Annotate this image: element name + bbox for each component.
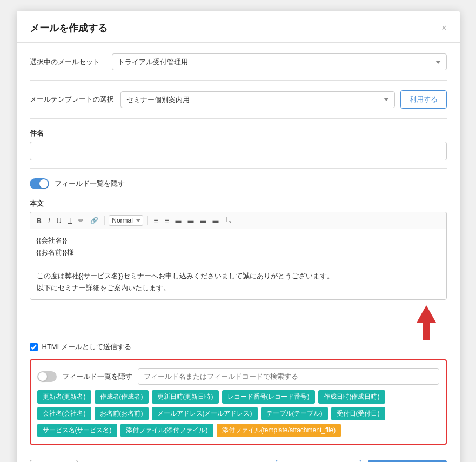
html-checkbox[interactable] [30,343,38,351]
mailset-control: トライアル受付管理用 [112,53,447,70]
toolbar-sep-1 [104,216,105,225]
editor-toolbar: B I U T ✏ 🔗 Normal ≡ ≡ ▬ ▬ ▬ ▬ Tx [30,212,447,229]
template-row: メールテンプレートの選択 セミナー個別案内用 利用する [30,90,447,109]
format-select[interactable]: Normal [109,215,143,226]
tag-service[interactable]: サービス名(サービス名) [37,424,117,437]
modal-footer: 閉じる その他の設定を行う メールを確認する [17,454,460,462]
html-checkbox-row: HTMLメールとして送信する [30,342,447,352]
list-ul-button[interactable]: ≡ [151,216,160,225]
confirm-button[interactable]: メールを確認する [368,460,447,462]
tag-name[interactable]: お名前(お名前) [95,407,149,420]
field-hide-label: フィールド一覧を隠す [62,372,132,381]
underline-button[interactable]: U [55,216,64,225]
arrow-tail [423,323,430,340]
editor-content[interactable]: {{会社名}} {{お名前}}様 この度は弊社{{サービス名}}セミナーへお申し… [30,229,447,300]
mailset-label: 選択中のメールセット [30,57,105,67]
mailset-row: 選択中のメールセット トライアル受付管理用 [30,53,447,70]
editor-line-5: 以下にセミナー詳細をご案内いたします。 [37,282,440,294]
close-button[interactable]: 閉じる [30,460,78,462]
tag-received-date[interactable]: 受付日(受付日) [331,407,385,420]
template-control: セミナー個別案内用 利用する [120,90,447,109]
mailset-select[interactable]: トライアル受付管理用 [112,53,447,70]
align-justify-button[interactable]: ▬ [211,217,221,225]
tag-creator[interactable]: 作成者(作成者) [95,390,149,404]
footer-right: その他の設定を行う メールを確認する [276,460,447,462]
subject-section: 件名 12月12日(日) トヨクモ製品セミナーのご案内 [30,129,447,160]
template-label: メールテンプレートの選択 [30,95,114,104]
tag-updated-at[interactable]: 更新日時(更新日時) [152,390,219,404]
modal-body: 選択中のメールセット トライアル受付管理用 メールテンプレートの選択 セミナー個… [17,43,460,445]
link-button[interactable]: 🔗 [88,216,100,225]
template-use-button[interactable]: 利用する [400,90,447,109]
toggle-knob [39,179,48,188]
modal-close-button[interactable]: × [441,24,446,32]
body-label: 本文 [30,199,447,209]
field-search-input[interactable] [138,368,439,385]
tag-attachment[interactable]: 添付ファイル(添付ファイル) [120,424,213,437]
clear-format-button[interactable]: Tx [223,215,233,225]
tag-updater[interactable]: 更新者(更新者) [37,390,91,404]
tag-template-attachment[interactable]: 添付ファイル(template/attachment_file) [217,424,341,437]
modal-title: メールを作成する [30,22,108,35]
editor-line-2: {{お名前}}様 [37,246,440,258]
create-mail-modal: メールを作成する × 選択中のメールセット トライアル受付管理用 メールテンプレ… [17,11,460,462]
italic-icon: I [48,217,50,225]
tag-list: 更新者(更新者) 作成者(作成者) 更新日時(更新日時) レコード番号(レコード… [37,390,439,437]
editor-line-1: {{会社名}} [37,235,440,246]
bold-button[interactable]: B [35,216,44,225]
field-toggle-knob [38,372,47,381]
tag-created-at[interactable]: 作成日時(作成日時) [318,390,385,404]
tag-record-no[interactable]: レコード番号(レコード番号) [222,390,315,404]
strikethrough-button[interactable]: T [66,216,74,225]
italic-button[interactable]: I [46,216,52,225]
editor-line-3 [37,258,440,270]
underline-icon: U [57,217,62,225]
divider-1 [30,80,447,81]
editor-line-4: この度は弊社{{サービス名}}セミナーへお申し込みくださいまして誠にありがとうご… [37,270,440,282]
hide-fields-toggle-label: フィールド一覧を隠す [55,179,125,189]
align-center-button[interactable]: ▬ [186,217,196,225]
arrow-head [417,305,436,323]
hide-fields-toggle-row: フィールド一覧を隠す [30,178,447,189]
subject-input[interactable]: 12月12日(日) トヨクモ製品セミナーのご案内 [30,142,447,160]
other-settings-button[interactable]: その他の設定を行う [276,460,361,462]
tag-email[interactable]: メールアドレス(メールアドレス) [152,407,258,420]
align-right-button[interactable]: ▬ [198,217,209,225]
toolbar-sep-2 [147,216,148,225]
modal-header: メールを作成する × [17,11,460,43]
field-hide-toggle[interactable] [37,371,57,382]
body-section: 本文 B I U T ✏ 🔗 Normal ≡ ≡ ▬ ▬ ▬ ▬ T [30,199,447,300]
subject-label: 件名 [30,129,447,138]
html-checkbox-label[interactable]: HTMLメールとして送信する [42,342,131,352]
hide-fields-toggle[interactable] [30,178,49,189]
template-select[interactable]: セミナー個別案内用 [120,91,395,108]
red-arrow-indicator [30,305,436,340]
red-arrow [417,305,436,340]
align-left-button[interactable]: ▬ [173,217,184,225]
tag-table[interactable]: テーブル(テーブル) [261,407,328,420]
list-ol-button[interactable]: ≡ [162,216,171,225]
tag-company[interactable]: 会社名(会社名) [37,407,91,420]
divider-3 [30,168,447,169]
field-section: フィールド一覧を隠す 更新者(更新者) 作成者(作成者) 更新日時(更新日時) … [30,359,447,445]
divider-2 [30,118,447,119]
brush-button[interactable]: ✏ [76,216,86,225]
field-toggle-row: フィールド一覧を隠す [37,368,439,385]
